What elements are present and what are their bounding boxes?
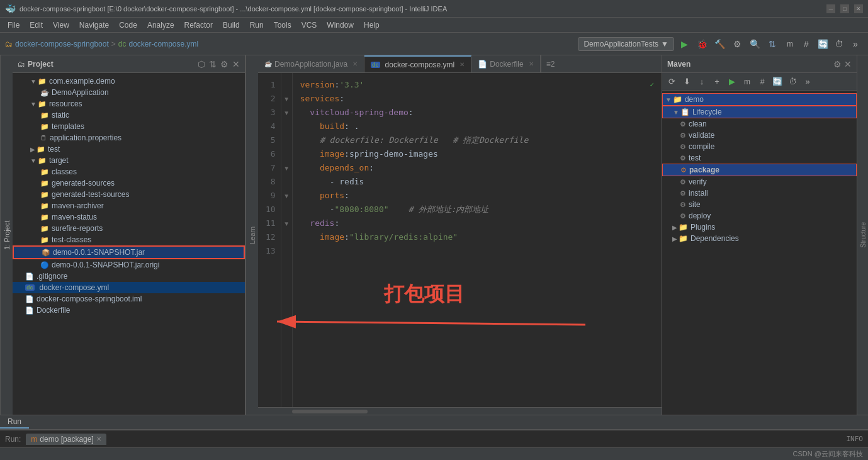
tab-close[interactable]: ✕	[459, 61, 465, 68]
tree-item-application-properties[interactable]: 🗒 application.properties	[13, 132, 245, 143]
maven-item-plugins[interactable]: ▶ 📁 Plugins	[662, 222, 857, 233]
maven-refresh2-btn[interactable]: 🔄	[770, 75, 784, 89]
code-editor[interactable]: version: '3.3' ✓ services: vitcloud-spri…	[293, 73, 662, 407]
maven-download-btn[interactable]: ↓	[695, 75, 709, 89]
toolbar-git-button[interactable]: ⇅	[765, 36, 780, 52]
tree-item-static[interactable]: 📁 static	[13, 109, 245, 121]
run-tab[interactable]: m demo [package] ✕	[26, 434, 106, 445]
tab-close[interactable]: ✕	[529, 60, 534, 67]
tree-item-generated-sources[interactable]: 📁 generated-sources	[13, 177, 245, 189]
tree-item-target[interactable]: ▼ 📁 target	[13, 155, 245, 166]
maven-time-btn[interactable]: ⏱	[786, 75, 799, 89]
fold-btn-2[interactable]: ▼	[283, 92, 291, 106]
maven-item-clean[interactable]: ⚙ clean	[662, 118, 857, 130]
toolbar-search-button[interactable]: 🔍	[747, 36, 762, 52]
maven-run-btn[interactable]: ▶	[725, 75, 739, 89]
menu-run[interactable]: Run	[245, 20, 269, 31]
maven-item-test[interactable]: ⚙ test	[662, 152, 857, 164]
tree-item-docker-compose-yml[interactable]: dc docker-compose.yml	[13, 282, 245, 293]
menu-window[interactable]: Window	[322, 20, 359, 31]
tree-item-com-example[interactable]: ▼ 📁 com.example.demo	[13, 76, 245, 87]
tree-item-snapshot-jar-origin[interactable]: 🔵 demo-0.0.1-SNAPSHOT.jar.origi	[13, 259, 245, 271]
panel-btn-external[interactable]: ⬡	[198, 59, 205, 69]
tree-item-surefire-reports[interactable]: 📁 surefire-reports	[13, 223, 245, 234]
maven-close-icon[interactable]: ✕	[844, 59, 852, 69]
tab-demoapplication[interactable]: ☕ DemoApplication.java ✕	[258, 55, 364, 72]
toolbar-build-button[interactable]: 🔨	[712, 36, 727, 52]
menu-file[interactable]: File	[3, 20, 25, 31]
toolbar-run-button[interactable]: ▶	[677, 36, 692, 52]
panel-btn-close[interactable]: ✕	[232, 59, 240, 69]
close-button[interactable]: ✕	[854, 4, 863, 13]
menu-vcs[interactable]: VCS	[296, 20, 322, 31]
panel-btn-sort[interactable]: ⇅	[209, 59, 217, 69]
menu-help[interactable]: Help	[359, 20, 385, 31]
run-config-selector[interactable]: DemoApplicationTests ▼	[578, 37, 674, 51]
maven-add-btn[interactable]: +	[710, 75, 724, 89]
maven-item-deploy[interactable]: ⚙ deploy	[662, 210, 857, 222]
maven-refresh-btn[interactable]: ⟳	[665, 75, 679, 89]
tab-close[interactable]: ✕	[352, 60, 358, 67]
menu-build[interactable]: Build	[218, 20, 245, 31]
minimize-button[interactable]: ─	[826, 4, 835, 13]
toolbar-btn1[interactable]: m	[782, 36, 798, 52]
tab-overflow[interactable]: ≡2	[541, 55, 560, 72]
project-sidebar-tab[interactable]: 1: Project	[0, 55, 13, 415]
tree-item-test[interactable]: ▶ 📁 test	[13, 143, 245, 155]
fold-btn-7[interactable]: ▼	[283, 161, 291, 175]
maven-item-verify[interactable]: ⚙ verify	[662, 176, 857, 188]
tab-docker-compose[interactable]: dc docker-compose.yml ✕	[364, 55, 471, 72]
tree-item-maven-archiver[interactable]: 📁 maven-archiver	[13, 200, 245, 211]
toolbar-btn2[interactable]: #	[799, 36, 814, 52]
menu-view[interactable]: View	[48, 20, 74, 31]
maven-item-site[interactable]: ⚙ site	[662, 199, 857, 210]
tree-item-iml[interactable]: 📄 docker-compose-springboot.iml	[13, 293, 245, 305]
maven-sync-btn[interactable]: ⬇	[680, 75, 694, 89]
maven-item-package[interactable]: ⚙ package	[662, 164, 857, 176]
menu-tools[interactable]: Tools	[269, 20, 296, 31]
menu-edit[interactable]: Edit	[25, 20, 48, 31]
maven-m-btn[interactable]: m	[740, 75, 754, 89]
toolbar-btn4[interactable]: ⏱	[831, 36, 847, 52]
tree-item-test-classes[interactable]: 📁 test-classes	[13, 234, 245, 245]
maven-item-demo[interactable]: ▼ 📁 demo	[662, 93, 857, 106]
menu-code[interactable]: Code	[114, 20, 142, 31]
maven-hash-btn[interactable]: #	[755, 75, 769, 89]
maven-more-btn[interactable]: »	[801, 75, 814, 89]
tree-item-generated-test-sources[interactable]: 📁 generated-test-sources	[13, 189, 245, 200]
run-tab-close[interactable]: ✕	[96, 435, 101, 442]
tree-item-resources[interactable]: ▼ 📁 resources	[13, 98, 245, 109]
maven-settings-icon[interactable]: ⚙	[833, 59, 842, 69]
learn-sidebar-tab[interactable]: Learn	[245, 55, 258, 415]
maven-item-install[interactable]: ⚙ install	[662, 188, 857, 199]
panel-btn-settings[interactable]: ⚙	[220, 59, 228, 69]
breadcrumb-project[interactable]: 🗂	[5, 40, 13, 48]
tree-item-demoapplication[interactable]: ☕ DemoApplication	[13, 87, 245, 98]
toolbar-settings-button[interactable]: ⚙	[730, 36, 745, 52]
maven-item-validate[interactable]: ⚙ validate	[662, 130, 857, 141]
tree-item-templates[interactable]: 📁 templates	[13, 121, 245, 132]
menu-refactor[interactable]: Refactor	[179, 20, 218, 31]
menu-navigate[interactable]: Navigate	[74, 20, 114, 31]
structure-tab[interactable]: Structure	[859, 217, 868, 253]
maven-item-dependencies[interactable]: ▶ 📁 Dependencies	[662, 233, 857, 244]
toolbar-expand[interactable]: »	[848, 36, 863, 52]
fold-btn-11[interactable]: ▼	[283, 216, 291, 230]
menu-analyze[interactable]: Analyze	[142, 20, 179, 31]
bottom-tab-run[interactable]: Run	[0, 416, 29, 429]
maven-item-compile[interactable]: ⚙ compile	[662, 141, 857, 152]
tab-dockerfile[interactable]: 📄 Dockerfile ✕	[471, 55, 540, 72]
horizontal-scrollbar[interactable]	[258, 407, 662, 415]
fold-btn-3[interactable]: ▼	[283, 106, 291, 120]
maximize-button[interactable]: □	[840, 4, 849, 13]
scrollbar-thumb[interactable]	[292, 410, 368, 413]
tree-item-maven-status[interactable]: 📁 maven-status	[13, 211, 245, 223]
toolbar-btn3[interactable]: 🔄	[815, 36, 830, 52]
toolbar-debug-button[interactable]: 🐞	[694, 36, 709, 52]
fold-btn-9[interactable]: ▼	[283, 189, 291, 203]
maven-item-lifecycle[interactable]: ▼ 📋 Lifecycle	[662, 106, 857, 118]
tree-item-classes[interactable]: 📁 classes	[13, 166, 245, 177]
tree-item-gitignore[interactable]: 📄 .gitignore	[13, 271, 245, 282]
tree-item-snapshot-jar[interactable]: 📦 demo-0.0.1-SNAPSHOT.jar	[13, 245, 245, 259]
tree-item-dockerfile[interactable]: 📄 Dockerfile	[13, 305, 245, 316]
